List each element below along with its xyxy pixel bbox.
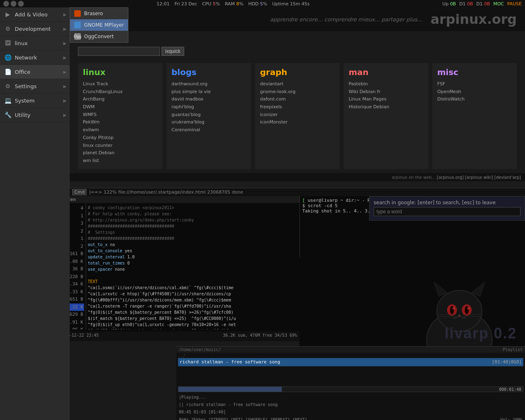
music-progress-bar[interactable]: 000:01:48	[178, 386, 523, 392]
hdd-stat: HDD 5%	[248, 1, 267, 7]
sidebar-label-settings: Settings	[15, 83, 37, 89]
link-deviant-arp[interactable]: [deviant'arp]	[494, 175, 521, 180]
app-icon-1[interactable]	[3, 1, 9, 7]
mplayer-icon	[74, 22, 81, 28]
music-vol: Vol: 100%	[500, 418, 523, 420]
link-wmfs[interactable]: WMFS	[83, 111, 158, 119]
d1-stat: D1 0B	[459, 1, 473, 7]
sidebar-item-office[interactable]: 📄 Office ▶	[0, 65, 70, 79]
link-wm-list[interactable]: wm list	[83, 157, 158, 165]
svg-point-9	[467, 307, 470, 310]
link-pastebin[interactable]: Pastebin	[349, 80, 423, 88]
link-gnome-look[interactable]: gnome-look.org	[260, 88, 335, 96]
search-area: recherche ixquick	[70, 31, 525, 59]
status-cmd-badge: Cmd	[72, 189, 87, 195]
link-historique-debian[interactable]: Historique Debian	[349, 103, 423, 111]
dropdown-menu: Brasero GNOME MPlayer Ogg OggConvert	[70, 7, 128, 43]
link-fsf[interactable]: FSF	[437, 80, 512, 88]
music-info: |Playing... || richard stallman - free s…	[176, 393, 525, 417]
search-form: ixquick	[78, 47, 517, 56]
playlist-item-active[interactable]: richard stallman - free software song [0…	[178, 358, 523, 366]
svg-marker-3	[472, 282, 485, 297]
sidebar-item-development[interactable]: ⚙ Development ▶	[0, 22, 70, 36]
link-linux-counter[interactable]: linux counter	[83, 142, 158, 150]
music-track-display: || richard stallman - free software song	[179, 401, 523, 409]
site-tagline: apprendre encore... comprendre mieux... …	[270, 16, 422, 23]
search-button[interactable]: ixquick	[162, 47, 184, 56]
sidebar-item-graphics[interactable]: 🖼 linux ▶	[0, 36, 70, 50]
link-arpinux-org[interactable]: [arpinux.org]	[437, 175, 463, 180]
sidebar-item-network[interactable]: 🌐 Network ▶	[0, 50, 70, 65]
status-done: done	[232, 189, 243, 195]
app-icon-2[interactable]	[11, 1, 16, 7]
search-input[interactable]	[78, 47, 160, 56]
network-stats: Up 0B D1 0B D1 0B MOC PAUSE	[443, 1, 522, 7]
sidebar: ▶ Add & Video ▶ ⚙ Development ▶ 🖼 linux …	[0, 7, 70, 420]
blogs-column-title: blogs	[171, 67, 246, 77]
browser-area: apprendre encore... comprendre mieux... …	[70, 7, 525, 196]
link-deviantart[interactable]: deviantart	[260, 80, 335, 88]
link-darthwound[interactable]: darthwound.org	[171, 80, 246, 88]
link-conky-pitstop[interactable]: Conky Pitstop	[83, 134, 158, 142]
browser-statusbar: Cmd |==> 122% file:///home/user/.startpa…	[70, 188, 525, 196]
uptime-stat: Uptime 15m 45s	[272, 1, 310, 7]
playlist-separator-top: ../	[178, 354, 523, 358]
dropdown-item-gnome-mplayer[interactable]: GNOME MPlayer	[70, 19, 128, 31]
link-planet-debian[interactable]: planet Debian	[83, 149, 158, 157]
link-raphi-blog[interactable]: raphi'blog	[171, 103, 246, 111]
link-guantas-blog[interactable]: guantas'blog	[171, 111, 246, 119]
link-david-madbox[interactable]: david madbox	[171, 96, 246, 103]
sidebar-label-office: Office	[15, 69, 30, 75]
link-crunchbang[interactable]: CrunchBangLinux	[83, 88, 158, 96]
link-openmesh[interactable]: OpenMesh	[437, 88, 512, 96]
browser-footer: arpinux on the web... [arpinux.org] [arp…	[70, 173, 525, 181]
link-wiki-debian-fr[interactable]: Wiki Debian fr	[349, 88, 423, 96]
link-plus-simple[interactable]: plus simple la vie	[171, 88, 246, 96]
music-progress-time: 000:01:48	[499, 387, 521, 392]
ogg-icon: Ogg	[74, 33, 81, 40]
utility-icon: 🔧	[4, 111, 11, 119]
link-dwm[interactable]: DWM	[83, 103, 158, 111]
sidebar-item-settings[interactable]: ⚙ Settings ▶	[0, 79, 70, 94]
link-arpinux-wiki[interactable]: [arpinux wiki]	[465, 175, 493, 180]
link-linux-man-pages[interactable]: Linux Man Pages	[349, 96, 423, 103]
sidebar-label-utility: Utility	[15, 112, 30, 118]
app-icon-3[interactable]	[18, 1, 24, 7]
link-dafont[interactable]: dafont.com	[260, 96, 335, 103]
man-column: man Pastebin Wiki Debian fr Linux Man Pa…	[344, 63, 428, 169]
link-iconizer[interactable]: iconizer	[260, 111, 335, 119]
link-freepixels[interactable]: freepixels	[260, 103, 335, 111]
dropdown-item-oggconvert[interactable]: Ogg OggConvert	[70, 31, 128, 42]
blogs-column: blogs darthwound.org plus simple la vie …	[167, 63, 251, 169]
misc-column: misc FSF OpenMesh DistroWatch	[432, 63, 517, 169]
google-search-input[interactable]	[374, 207, 520, 216]
dropdown-item-brasero[interactable]: Brasero	[70, 8, 128, 19]
link-linux-track[interactable]: Linux Track	[83, 80, 158, 88]
link-evilwm[interactable]: evilwm	[83, 126, 158, 134]
arrow-icon-gfx: ▶	[63, 41, 66, 46]
moc-label: MOC	[493, 1, 504, 7]
sidebar-item-audio-video[interactable]: ▶ Add & Video ▶	[0, 7, 70, 22]
sidebar-item-system[interactable]: 💻 System ▶	[0, 94, 70, 108]
svg-point-7	[465, 306, 469, 314]
system-stats: 12:01 Fri 23 Dec CPU 5% RAM 8% HDD 5% Up…	[157, 1, 310, 7]
music-bitrate: 8kHz 25kbps [STEREO] [NET] [SHUFFLE] [RE…	[179, 418, 307, 420]
sidebar-item-utility[interactable]: 🔧 Utility ▶	[0, 108, 70, 122]
link-distrowatch[interactable]: DistroWatch	[437, 96, 512, 103]
link-archbang[interactable]: ArchBang	[83, 96, 158, 103]
link-columns: linux Linux Track CrunchBangLinux ArchBa…	[70, 59, 525, 173]
arrow-icon-util: ▶	[63, 113, 66, 117]
google-search-overlay: search in google: [enter] to search, [es…	[369, 196, 525, 221]
brasero-label: Brasero	[84, 11, 103, 16]
link-urukrama-blog[interactable]: urukrama'blog	[171, 119, 246, 126]
music-time-display: 00:45 01:03 [01:40]	[179, 409, 523, 416]
status-percent: 122%	[104, 189, 116, 195]
livarp-brand-text: livarp 0.2	[445, 325, 517, 342]
misc-column-title: misc	[437, 67, 512, 77]
link-pekwm[interactable]: PekWm	[83, 119, 158, 126]
music-progress-fill	[178, 387, 282, 392]
graph-column-title: graph	[260, 67, 335, 77]
active-track: richard stallman - free software song	[180, 359, 280, 365]
link-corenominal[interactable]: Corenominal	[171, 126, 246, 134]
link-iconmonster[interactable]: iconMonster	[260, 119, 335, 126]
